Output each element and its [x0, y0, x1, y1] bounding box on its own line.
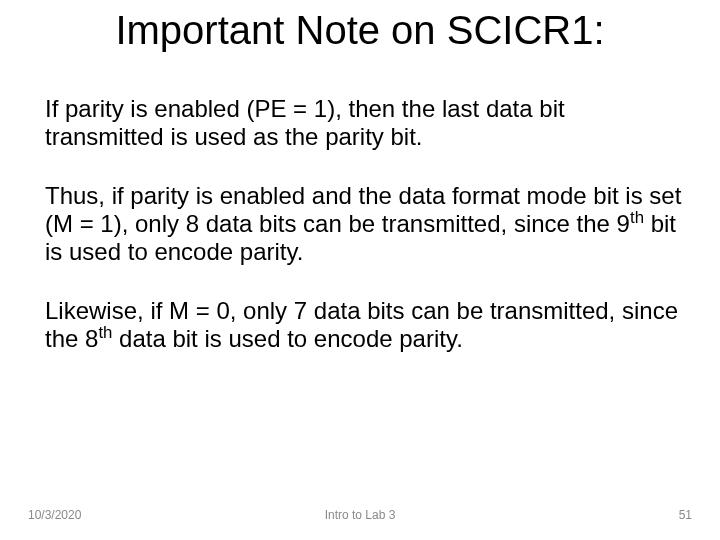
slide-body: If parity is enabled (PE = 1), then the …	[45, 95, 685, 383]
slide: Important Note on SCICR1: If parity is e…	[0, 0, 720, 540]
footer-center: Intro to Lab 3	[0, 508, 720, 522]
footer-page-number: 51	[679, 508, 692, 522]
paragraph-2-sup: th	[630, 208, 644, 227]
paragraph-3-b: data bit is used to encode parity.	[112, 325, 462, 352]
paragraph-2: Thus, if parity is enabled and the data …	[45, 182, 685, 267]
paragraph-1: If parity is enabled (PE = 1), then the …	[45, 95, 685, 152]
paragraph-3-sup: th	[98, 323, 112, 342]
paragraph-3: Likewise, if M = 0, only 7 data bits can…	[45, 297, 685, 354]
slide-title: Important Note on SCICR1:	[0, 8, 720, 53]
paragraph-2-a: Thus, if parity is enabled and the data …	[45, 182, 681, 237]
